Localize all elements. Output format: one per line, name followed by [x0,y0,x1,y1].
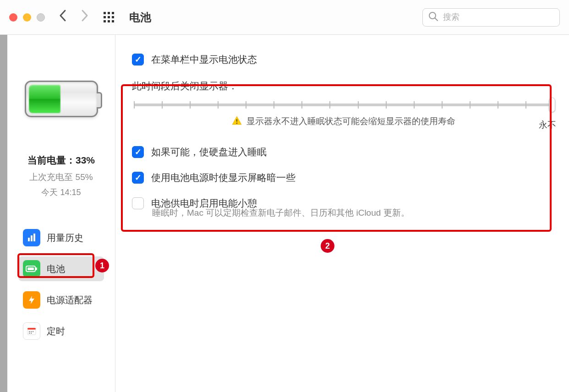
svg-rect-23 [31,333,32,334]
svg-rect-1 [108,12,110,14]
warning-icon [232,116,242,127]
titlebar: 电池 [0,0,569,35]
sidebar-item-power-adapter[interactable]: 电源适配器 [18,288,104,312]
sidebar: 当前电量：33% 上次充电至 55% 今天 14:15 用量历史 电池 [7,35,115,392]
show-in-menubar-row: 在菜单栏中显示电池状态 [129,53,555,66]
sidebar-item-usage-history[interactable]: 用量历史 [18,225,104,250]
dim-display-row: 使用电池电源时使显示屏略暗一些 [129,171,555,184]
traffic-lights [9,13,45,22]
svg-rect-20 [31,331,32,332]
sidebar-item-label: 用量历史 [47,232,83,244]
svg-rect-7 [108,20,110,22]
window-edge-strip [0,35,7,392]
search-box[interactable] [422,8,560,27]
bar-chart-icon [23,229,40,246]
show-in-menubar-label: 在菜单栏中显示电池状态 [151,53,257,66]
svg-rect-16 [36,267,37,270]
sidebar-nav: 用量历史 电池 电源适配器 定时 [7,225,115,350]
power-nap-description: 睡眠时，Mac 可以定期检查新电子邮件、日历和其他 iCloud 更新。 [129,207,555,219]
battery-icon [23,260,40,278]
all-prefs-grid-button[interactable] [103,11,115,24]
dim-display-checkbox[interactable] [132,172,144,184]
sidebar-item-label: 定时 [47,325,65,338]
svg-rect-5 [112,16,114,18]
nav-arrows [59,9,89,25]
svg-rect-11 [28,238,30,241]
sidebar-item-label: 电池 [47,263,65,275]
show-in-menubar-checkbox[interactable] [132,54,144,65]
sidebar-item-label: 电源适配器 [47,294,93,306]
main-pane: 在菜单栏中显示电池状态 此时间段后关闭显示器： 永不 显示器永不进入睡眠状态可能… [115,35,569,392]
disk-sleep-row: 如果可能，使硬盘进入睡眠 [129,146,555,158]
close-window-button[interactable] [9,13,17,22]
svg-rect-17 [27,328,36,330]
current-level-label: 当前电量：33% [7,154,115,167]
disk-sleep-label: 如果可能，使硬盘进入睡眠 [151,146,267,158]
back-button[interactable] [59,9,67,25]
window-title: 电池 [129,10,422,25]
minimize-window-button[interactable] [23,13,31,22]
svg-rect-22 [29,333,30,334]
bolt-icon [23,291,40,309]
disk-sleep-checkbox[interactable] [132,146,144,158]
display-sleep-section: 此时间段后关闭显示器： 永不 显示器永不进入睡眠状态可能会缩短显示器的使用寿命 [132,80,555,127]
slider-thumb[interactable] [549,98,555,112]
warning-text: 显示器永不进入睡眠状态可能会缩短显示器的使用寿命 [246,115,455,127]
sidebar-item-battery[interactable]: 电池 [18,256,104,281]
power-nap-checkbox[interactable] [132,197,144,209]
svg-rect-3 [104,16,106,18]
zoom-window-button [37,13,45,22]
annotation-badge-1: 1 [95,259,109,272]
svg-point-25 [236,122,238,124]
display-sleep-warning: 显示器永不进入睡眠状态可能会缩短显示器的使用寿命 [132,115,555,127]
svg-rect-6 [104,20,106,22]
svg-rect-19 [29,331,30,332]
search-input[interactable] [443,12,554,22]
calendar-icon [23,322,40,340]
charge-info: 当前电量：33% 上次充电至 55% 今天 14:15 [7,154,115,198]
svg-rect-2 [112,12,114,14]
svg-rect-18 [27,330,36,335]
svg-rect-13 [33,234,35,241]
search-icon [428,11,438,23]
svg-rect-4 [108,16,110,18]
slider-end-label: 永不 [539,119,556,131]
svg-rect-0 [104,12,106,14]
display-sleep-label: 此时间段后关闭显示器： [132,80,555,93]
svg-rect-24 [236,119,237,122]
svg-rect-8 [112,20,114,22]
svg-rect-12 [31,235,33,241]
annotation-badge-2: 2 [321,239,334,253]
dim-display-label: 使用电池电源时使显示屏略暗一些 [151,171,295,184]
svg-rect-21 [33,331,33,332]
battery-image [25,81,98,117]
sidebar-item-schedule[interactable]: 定时 [18,319,104,343]
svg-line-10 [435,18,438,21]
display-sleep-slider[interactable]: 永不 [134,103,553,106]
forward-button [81,9,89,25]
last-charge-label: 上次充电至 55% [7,171,115,183]
last-charge-time: 今天 14:15 [7,187,115,198]
svg-rect-15 [27,267,34,270]
